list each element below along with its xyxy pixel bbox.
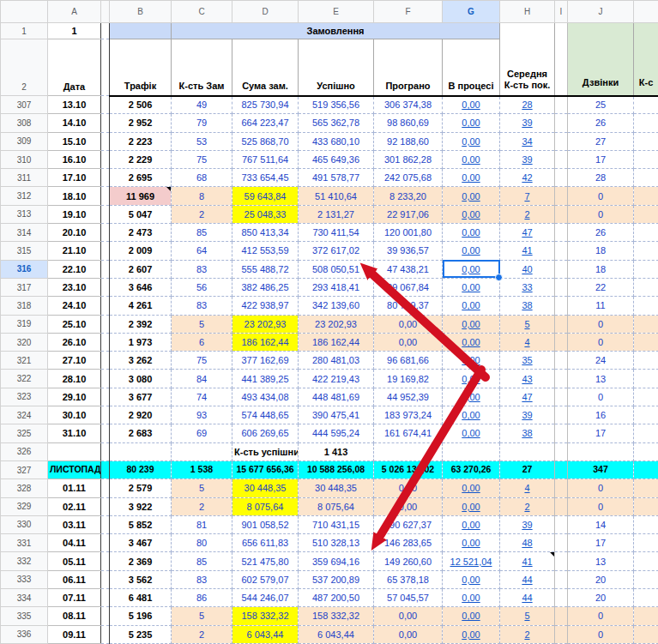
cell-success-336[interactable]: 6 043,44 <box>299 625 374 643</box>
cell-calls-312[interactable]: 0 <box>568 187 634 205</box>
cell-inprogress-321[interactable]: 0,00 <box>443 352 500 370</box>
cell-K307[interactable] <box>634 96 658 114</box>
cell-X310[interactable] <box>101 150 110 168</box>
cell-inprogress-313[interactable]: 0,00 <box>443 205 500 223</box>
cell-avg-316[interactable]: 40 <box>500 260 555 278</box>
cell-avg-329[interactable]: 2 <box>500 497 555 515</box>
cell-lost-328[interactable]: 0,00 <box>374 479 443 497</box>
cell-calls-309[interactable]: 27 <box>568 132 634 150</box>
cell-orders-321[interactable]: 75 <box>172 352 232 370</box>
cell-X326[interactable] <box>101 442 110 460</box>
cell-calls-322[interactable]: 13 <box>568 370 634 388</box>
cell-date-330[interactable]: 03.11 <box>48 515 101 533</box>
cell-lost-313[interactable]: 22 917,06 <box>374 205 443 223</box>
cell-success-321[interactable]: 280 481,03 <box>299 352 374 370</box>
cell-K324[interactable] <box>634 406 658 424</box>
cell-K318[interactable] <box>634 297 658 315</box>
cell-lost-310[interactable]: 301 862,28 <box>374 150 443 168</box>
header-order-sum[interactable]: Сума зам. <box>232 39 299 96</box>
cell-traffic-324[interactable]: 2 920 <box>110 406 172 424</box>
cell-X325[interactable] <box>101 424 110 442</box>
cell-success-309[interactable]: 433 680,10 <box>299 132 374 150</box>
cell-I309[interactable] <box>555 132 568 150</box>
cell-K309[interactable] <box>634 132 658 150</box>
cell-X319[interactable] <box>101 315 110 333</box>
row-header-325[interactable]: 325 <box>1 424 48 442</box>
cell-avg-321[interactable]: 35 <box>500 352 555 370</box>
cell-success-312[interactable]: 51 410,64 <box>299 187 374 205</box>
cell-X313[interactable] <box>101 205 110 223</box>
cell-X323[interactable] <box>101 388 110 406</box>
cell-success-323[interactable]: 448 481,69 <box>299 388 374 406</box>
cell-K314[interactable] <box>634 224 658 242</box>
cell-avg-322[interactable]: 43 <box>500 370 555 388</box>
header-order-count[interactable]: К-сть Зам <box>172 39 232 96</box>
header-lost[interactable]: Програно <box>374 39 443 96</box>
cell-sum-335[interactable]: 158 332,32 <box>232 607 299 625</box>
cell-I312[interactable] <box>555 187 568 205</box>
cell-lost-309[interactable]: 92 188,60 <box>374 132 443 150</box>
row-header-334[interactable]: 334 <box>1 589 48 607</box>
cell-sum-307[interactable]: 825 730,94 <box>232 96 299 114</box>
cell-traffic-323[interactable]: 3 677 <box>110 388 172 406</box>
cell-sum-313[interactable]: 25 048,33 <box>232 205 299 223</box>
cell-K316[interactable] <box>634 260 658 278</box>
cell-lost-334[interactable]: 57 045,57 <box>374 589 443 607</box>
cell-orders-314[interactable]: 85 <box>172 224 232 242</box>
cell-sum-336[interactable]: 6 043,44 <box>232 625 299 643</box>
cell-inprogress-335[interactable]: 0,00 <box>443 607 500 625</box>
cell-calls-320[interactable]: 0 <box>568 333 634 351</box>
cell-I316[interactable] <box>555 260 568 278</box>
cell-X320[interactable] <box>101 333 110 351</box>
cell-calls-324[interactable]: 16 <box>568 406 634 424</box>
row-header-314[interactable]: 314 <box>1 224 48 242</box>
cell-X324[interactable] <box>101 406 110 424</box>
col-header-hidden[interactable] <box>101 1 110 23</box>
cell-lost-307[interactable]: 306 374,38 <box>374 96 443 114</box>
row-header-329[interactable]: 329 <box>1 497 48 515</box>
row-header-313[interactable]: 313 <box>1 205 48 223</box>
cell-calls-318[interactable]: 11 <box>568 297 634 315</box>
cell-F326[interactable] <box>374 442 443 460</box>
col-header-I[interactable]: I <box>555 1 568 23</box>
cell-lost-331[interactable]: 146 283,65 <box>374 534 443 552</box>
cell-date-311[interactable]: 17.10 <box>48 169 101 187</box>
cell-orders-334[interactable]: 86 <box>172 589 232 607</box>
cell-success-314[interactable]: 730 411,54 <box>299 224 374 242</box>
cell-avg-315[interactable]: 41 <box>500 242 555 260</box>
cell-success-319[interactable]: 23 202,93 <box>299 315 374 333</box>
cell-traffic-330[interactable]: 5 852 <box>110 515 172 533</box>
cell-avg-331[interactable]: 48 <box>500 534 555 552</box>
cell-avg-328[interactable]: 4 <box>500 479 555 497</box>
cell-avg-317[interactable]: 33 <box>500 278 555 296</box>
cell-inprogress-309[interactable]: 0,00 <box>443 132 500 150</box>
cell-I319[interactable] <box>555 315 568 333</box>
cell-traffic-318[interactable]: 4 261 <box>110 297 172 315</box>
cell-success-332[interactable]: 359 694,16 <box>299 552 374 570</box>
cell-inprogress-324[interactable]: 0,00 <box>443 406 500 424</box>
cell-lost-323[interactable]: 44 952,39 <box>374 388 443 406</box>
cell-X314[interactable] <box>101 224 110 242</box>
row-header-323[interactable]: 323 <box>1 388 48 406</box>
cell-traffic-319[interactable]: 2 392 <box>110 315 172 333</box>
col-header-C[interactable]: C <box>172 1 232 23</box>
cell-avg-310[interactable]: 39 <box>500 150 555 168</box>
cell-X315[interactable] <box>101 242 110 260</box>
cell-traffic-307[interactable]: 2 506 <box>110 96 172 114</box>
cell-sum-315[interactable]: 412 553,59 <box>232 242 299 260</box>
cell-inprogress-333[interactable]: 0,00 <box>443 570 500 588</box>
cell-sum-324[interactable]: 574 448,65 <box>232 406 299 424</box>
cell-sum-333[interactable]: 602 579,07 <box>232 570 299 588</box>
cell-lost-327[interactable]: 5 026 130,02 <box>374 460 443 478</box>
cell-traffic-332[interactable]: 2 369 <box>110 552 172 570</box>
cell-B326[interactable] <box>110 442 172 460</box>
cell-I326[interactable] <box>555 442 568 460</box>
cell-orders-316[interactable]: 83 <box>172 260 232 278</box>
cell-orders-329[interactable]: 2 <box>172 497 232 515</box>
cell-calls-307[interactable]: 25 <box>568 96 634 114</box>
cell-inprogress-331[interactable]: 0,00 <box>443 534 500 552</box>
cell-calls-316[interactable]: 18 <box>568 260 634 278</box>
cell-K311[interactable] <box>634 169 658 187</box>
cell-X331[interactable] <box>101 534 110 552</box>
cell-calls-331[interactable]: 17 <box>568 534 634 552</box>
